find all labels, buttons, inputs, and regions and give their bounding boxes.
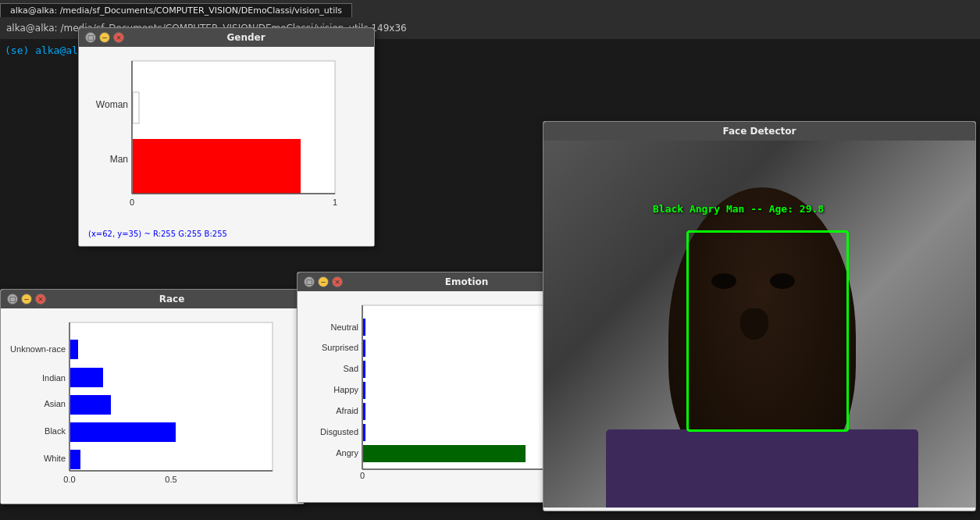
emotion-neutral-btn[interactable]: □ (304, 276, 315, 287)
svg-text:Disgusted: Disgusted (320, 427, 358, 436)
svg-rect-40 (363, 424, 365, 441)
svg-text:Man: Man (110, 154, 128, 165)
emotion-minimize-btn[interactable]: − (318, 276, 329, 287)
face-detector-window: Face Detector Black Angry Man -- Age: 29… (543, 121, 976, 511)
gender-window: □ − × Gender Woman Man 0 1 (78, 27, 375, 247)
svg-rect-25 (362, 305, 565, 469)
race-neutral-btn[interactable]: □ (7, 294, 18, 305)
svg-text:Asian: Asian (44, 399, 66, 408)
race-title: Race (46, 294, 298, 305)
face-annotation: Black Angry Man -- Age: 29.8 (653, 203, 824, 215)
gender-rgb: R:255 G:255 B:255 (153, 230, 227, 238)
emotion-chart: Neutral Surprised Sad Happy Afraid Disgu… (304, 297, 581, 493)
face-scene: Black Angry Man -- Age: 29.8 (543, 141, 975, 508)
svg-rect-22 (70, 450, 80, 469)
svg-text:Angry: Angry (336, 448, 358, 458)
svg-text:Neutral: Neutral (331, 322, 358, 332)
emotion-close-btn[interactable]: × (332, 276, 343, 287)
svg-rect-19 (70, 368, 103, 387)
svg-text:Sad: Sad (343, 364, 358, 373)
race-controls: □ − × (7, 294, 46, 305)
svg-rect-36 (363, 340, 365, 357)
svg-text:Black: Black (45, 426, 66, 436)
race-titlebar: □ − × Race (1, 290, 304, 308)
svg-text:0: 0 (360, 471, 365, 480)
tab-bar: alka@alka: /media/sf_Documents/COMPUTER_… (0, 0, 980, 17)
gender-neutral-btn[interactable]: □ (85, 32, 96, 43)
race-chart: Unknown-race Indian Asian Black White 0.… (7, 315, 288, 494)
svg-rect-39 (363, 403, 365, 420)
svg-text:Surprised: Surprised (322, 343, 358, 352)
race-close-btn[interactable]: × (35, 294, 46, 305)
svg-text:Afraid: Afraid (336, 406, 358, 415)
emotion-controls: □ − × (304, 276, 343, 287)
svg-rect-18 (70, 340, 78, 359)
gender-chart: Woman Man 0 1 (85, 53, 351, 225)
svg-rect-37 (363, 361, 365, 378)
svg-rect-21 (70, 422, 176, 442)
gender-pixel-info: (x=62, y=35) ~ R:255 G:255 B:255 (85, 228, 368, 240)
svg-text:Indian: Indian (42, 373, 66, 383)
face-titlebar: Face Detector (543, 122, 975, 141)
race-content: Unknown-race Indian Asian Black White 0.… (1, 308, 304, 504)
svg-text:Happy: Happy (333, 385, 358, 394)
svg-text:0.5: 0.5 (165, 475, 176, 484)
svg-rect-41 (363, 445, 526, 462)
gender-content: Woman Man 0 1 (x=62, y=35) ~ R:255 G:255… (79, 47, 374, 246)
gender-title: Gender (124, 32, 368, 43)
race-window: □ − × Race Unknown-race Indian Asian Bla… (0, 289, 305, 504)
svg-rect-7 (133, 139, 301, 194)
svg-text:0.0: 0.0 (63, 475, 75, 484)
face-bounding-box (686, 230, 849, 432)
gender-close-btn[interactable]: × (113, 32, 124, 43)
face-title: Face Detector (550, 126, 969, 137)
svg-text:White: White (44, 454, 66, 463)
tab-label: alka@alka: /media/sf_Documents/COMPUTER_… (10, 5, 342, 16)
svg-rect-38 (363, 382, 365, 399)
gender-titlebar: □ − × Gender (79, 28, 374, 47)
terminal-prompt-path: (se) alka@al (5, 45, 78, 56)
terminal-tab[interactable]: alka@alka: /media/sf_Documents/COMPUTER_… (0, 3, 352, 17)
face-content: Black Angry Man -- Age: 29.8 (543, 141, 975, 508)
gender-minimize-btn[interactable]: − (99, 32, 110, 43)
svg-text:0: 0 (130, 198, 134, 207)
gender-controls: □ − × (85, 32, 124, 43)
svg-rect-20 (70, 395, 111, 415)
face-body (606, 429, 918, 508)
svg-text:1: 1 (333, 198, 337, 207)
svg-rect-35 (363, 319, 365, 336)
svg-text:Unknown-race: Unknown-race (10, 344, 66, 354)
svg-text:Woman: Woman (96, 99, 128, 110)
svg-rect-6 (133, 92, 139, 123)
race-minimize-btn[interactable]: − (21, 294, 32, 305)
